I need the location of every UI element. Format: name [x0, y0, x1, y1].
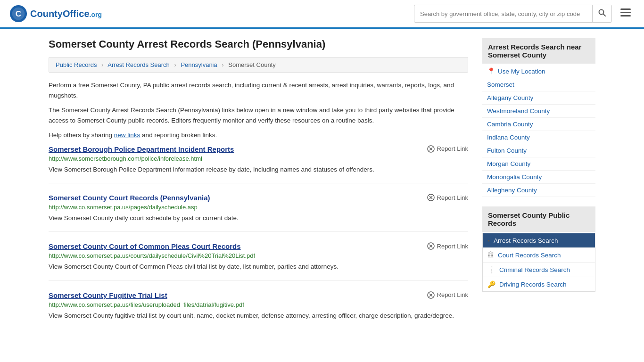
result-title-2[interactable]: Somerset County Court Records (Pennsylva…	[49, 194, 210, 202]
pub-rec-court[interactable]: 🏛 Court Records Search	[483, 248, 595, 263]
new-links-link[interactable]: new links	[114, 132, 140, 139]
logo-text-area: CountyOffice.org	[30, 8, 102, 19]
pub-rec-driving[interactable]: 🔑 Driving Records Search	[483, 277, 595, 291]
search-bar	[414, 5, 612, 23]
breadcrumb-pennsylvania[interactable]: Pennsylvania	[181, 61, 217, 68]
svg-line-4	[603, 14, 606, 16]
sidebar-use-my-location[interactable]: 📍 Use My Location	[482, 65, 595, 78]
report-link-label-2: Report Link	[437, 194, 468, 201]
svg-text:C: C	[16, 9, 21, 18]
breadcrumb-somerset: Somerset County	[228, 61, 275, 68]
menu-button[interactable]	[617, 6, 635, 22]
result-item-4: Somerset County Fugitive Trial List Repo…	[49, 291, 468, 329]
main-container: Somerset County Arrest Records Search (P…	[39, 29, 605, 349]
report-link-4[interactable]: Report Link	[427, 291, 468, 299]
result-url-1: http://www.somersetborough.com/police/in…	[49, 155, 468, 162]
report-icon-2	[427, 194, 435, 201]
breadcrumb-sep-1: ›	[101, 61, 103, 68]
location-icon: 📍	[487, 67, 495, 75]
sidebar-nearby-fulton[interactable]: Fulton County	[482, 144, 595, 157]
page-title: Somerset County Arrest Records Search (P…	[49, 38, 468, 50]
report-link-label-3: Report Link	[437, 243, 468, 250]
result-desc-3: View Somerset County Court of Common Ple…	[49, 262, 468, 272]
report-link-label-4: Report Link	[437, 291, 468, 298]
driving-records-icon: 🔑	[487, 280, 495, 288]
report-link-1[interactable]: Report Link	[427, 145, 468, 153]
nearby-link-4[interactable]: Indiana County	[487, 134, 530, 141]
results-list: Somerset Borough Police Department Incid…	[49, 145, 468, 329]
sidebar-nearby-allegheny[interactable]: Allegheny County	[482, 184, 595, 197]
arrest-records-icon: ▪	[487, 237, 490, 244]
result-url-3: http://www.co.somerset.pa.us/courts/dail…	[49, 252, 468, 259]
sidebar-nearby-list: 📍 Use My Location Somerset Allegany Coun…	[482, 65, 595, 197]
svg-rect-6	[620, 12, 631, 13]
svg-rect-5	[620, 8, 631, 10]
nearby-link-2[interactable]: Westmoreland County	[487, 107, 550, 115]
nearby-link-3[interactable]: Cambria County	[487, 121, 533, 128]
pub-rec-criminal[interactable]: ❕ Criminal Records Search	[483, 263, 595, 277]
pub-rec-arrest[interactable]: ▪ Arrest Records Search	[483, 233, 595, 248]
header-right	[414, 5, 635, 23]
sidebar-nearby-morgan[interactable]: Morgan County	[482, 157, 595, 171]
nearby-link-0[interactable]: Somerset	[487, 81, 514, 88]
sidebar-public-records-list: ▪ Arrest Records Search 🏛 Court Records …	[482, 233, 595, 292]
sidebar-nearby-somerset[interactable]: Somerset	[482, 78, 595, 91]
pub-rec-arrest-link[interactable]: Arrest Records Search	[494, 237, 558, 244]
pub-rec-criminal-link[interactable]: Criminal Records Search	[499, 266, 570, 273]
desc-para-1: Perform a free Somerset County, PA publi…	[49, 80, 468, 100]
logo-brand: CountyOffice	[30, 8, 90, 19]
sidebar-nearby-indiana[interactable]: Indiana County	[482, 131, 595, 144]
result-item-1: Somerset Borough Police Department Incid…	[49, 145, 468, 183]
result-desc-2: View Somerset County daily court schedul…	[49, 214, 468, 223]
result-title-4[interactable]: Somerset County Fugitive Trial List	[49, 291, 167, 299]
breadcrumb-sep-2: ›	[174, 61, 176, 68]
nearby-link-1[interactable]: Allegany County	[487, 94, 533, 101]
report-link-2[interactable]: Report Link	[427, 194, 468, 201]
search-icon	[598, 9, 606, 16]
sidebar-nearby-heading: Arrest Records Search near Somerset Coun…	[482, 38, 595, 64]
report-link-3[interactable]: Report Link	[427, 242, 468, 250]
result-title-3[interactable]: Somerset County Court of Common Pleas Co…	[49, 242, 241, 250]
result-title-1[interactable]: Somerset Borough Police Department Incid…	[49, 145, 234, 153]
result-desc-4: View Somerset County fugitive trial list…	[49, 311, 468, 321]
search-input[interactable]	[414, 7, 592, 21]
breadcrumb-public-records[interactable]: Public Records	[56, 61, 97, 68]
result-header-2: Somerset County Court Records (Pennsylva…	[49, 194, 468, 202]
use-my-location-link[interactable]: Use My Location	[498, 68, 545, 75]
result-header-1: Somerset Borough Police Department Incid…	[49, 145, 468, 153]
svg-rect-7	[620, 15, 631, 16]
report-link-label-1: Report Link	[437, 145, 468, 152]
desc-para3-after: and reporting broken links.	[140, 132, 217, 139]
report-icon-3	[427, 242, 435, 250]
result-item-3: Somerset County Court of Common Pleas Co…	[49, 242, 468, 280]
court-records-icon: 🏛	[487, 251, 494, 259]
sidebar-public-records-section: Somerset County Public Records ▪ Arrest …	[482, 206, 595, 292]
search-button[interactable]	[592, 5, 611, 22]
result-header-4: Somerset County Fugitive Trial List Repo…	[49, 291, 468, 299]
sidebar-nearby-allegany[interactable]: Allegany County	[482, 91, 595, 105]
hamburger-icon	[620, 8, 631, 17]
breadcrumb-sep-3: ›	[222, 61, 223, 68]
sidebar-nearby-westmoreland[interactable]: Westmoreland County	[482, 105, 595, 118]
nearby-link-8[interactable]: Allegheny County	[487, 187, 537, 194]
sidebar-nearby-monongalia[interactable]: Monongalia County	[482, 171, 595, 184]
pub-rec-court-link[interactable]: Court Records Search	[498, 252, 561, 259]
nearby-link-5[interactable]: Fulton County	[487, 147, 527, 154]
sidebar-nearby-cambria[interactable]: Cambria County	[482, 118, 595, 131]
desc-para-3: Help others by sharing new links and rep…	[49, 130, 468, 140]
result-url-2: http://www.co.somerset.pa.us/pages/daily…	[49, 204, 468, 211]
pub-rec-driving-link[interactable]: Driving Records Search	[499, 281, 567, 288]
result-header-3: Somerset County Court of Common Pleas Co…	[49, 242, 468, 250]
breadcrumb: Public Records › Arrest Records Search ›…	[49, 57, 468, 73]
nearby-link-6[interactable]: Morgan County	[487, 160, 530, 167]
breadcrumb-arrest-records[interactable]: Arrest Records Search	[107, 61, 170, 68]
result-desc-1: View Somerset Borough Police Department …	[49, 165, 468, 174]
sidebar: Arrest Records Search near Somerset Coun…	[482, 38, 595, 339]
main-content: Somerset County Arrest Records Search (P…	[49, 38, 468, 339]
logo[interactable]: C CountyOffice.org	[9, 5, 102, 23]
report-icon-1	[427, 145, 435, 153]
nearby-link-7[interactable]: Monongalia County	[487, 173, 542, 181]
report-icon-4	[427, 291, 435, 299]
sidebar-nearby-section: Arrest Records Search near Somerset Coun…	[482, 38, 595, 197]
logo-suffix: .org	[90, 11, 102, 18]
